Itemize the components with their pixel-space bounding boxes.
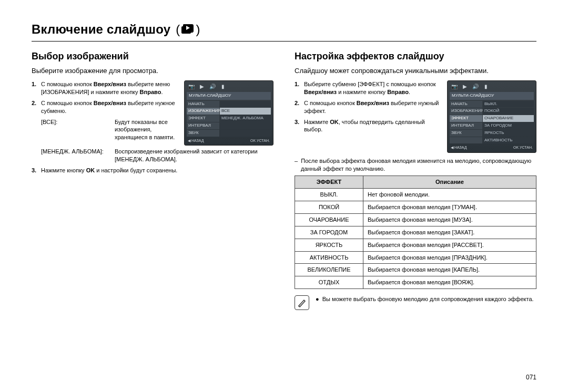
table-row: ОЧАРОВАНИЕВыбирается фоновая мелодия [МУ… [295,213,536,226]
page-number: 071 [526,373,536,381]
back-arrow-icon: ◀ [188,139,190,142]
effects-table-head-effect: ЭФФЕКТ [295,176,363,189]
right-column: Настройка эффектов слайдшоу Слайдшоу мож… [295,50,536,310]
play-icon: ▶ [461,83,469,90]
speaker-icon: 🔊 [472,83,479,90]
effects-table-head-desc: Описание [363,176,536,189]
camera-icon: 📷 [188,83,195,90]
title-rule [32,41,536,42]
right-steps: 1. Выберите субменю [ЭФФЕКТ] с помощью к… [295,80,442,133]
left-step-1: 1. С помощью кнопок Вверх/вниз выберите … [41,80,179,96]
slideshow-icon: ( ) [176,21,200,38]
left-subtitle: Выберите изображение для просмотра. [32,66,273,76]
table-row: ПОКОЙВыбирается фоновая мелодия [ТУМАН]. [295,201,536,214]
footnote-row: ● Вы можете выбрать фоновую мелодию для … [295,295,536,310]
table-row: ВЕЛИКОЛЕПИЕВыбирается фоновая мелодия [К… [295,264,536,276]
left-submenu-block-2: [МЕНЕДЖ. АЛЬБОМА]: Воспроизведение изобр… [32,148,273,163]
lcd-right-title: МУЛЬТИ-СЛАЙДШОУ [450,92,534,100]
footnote-text: ● Вы можете выбрать фоновую мелодию для … [315,295,534,303]
battery-icon: ▮ [219,83,227,90]
note-icon [295,295,309,310]
speaker-icon: 🔊 [209,83,216,90]
right-step-2: 2. С помощью кнопок Вверх/вниз выберите … [304,99,442,115]
page-title: Включение слайдшоу ( ) [32,21,536,38]
play-icon: ▶ [198,83,206,90]
right-heading: Настройка эффектов слайдшоу [295,50,536,63]
page-title-text: Включение слайдшоу [32,21,170,38]
effects-table: ЭФФЕКТ Описание ВЫКЛ.Нет фоновой мелодии… [295,176,536,289]
table-row: ЯРКОСТЬВыбирается фоновая мелодия [РАССВ… [295,239,536,251]
right-dash-note: – После выбора эффекта фоновая мелодия и… [295,157,536,173]
lcd-screenshot-right: 📷 ▶ 🔊 ▮ МУЛЬТИ-СЛАЙДШОУ НАЧАТЬВЫКЛ. ИЗОБ… [447,80,536,153]
battery-icon: ▮ [482,83,490,90]
left-heading: Выбор изображений [32,50,273,63]
table-row: ВЫКЛ.Нет фоновой мелодии. [295,189,536,201]
lcd-left-title: МУЛЬТИ-СЛАЙДШОУ [187,92,271,100]
back-arrow-icon: ◀ [451,146,453,149]
right-step-3: 3. Нажмите OK, чтобы подтвердить сделанн… [304,118,442,134]
table-row: АКТИВНОСТЬВыбирается фоновая мелодия [ПР… [295,251,536,264]
table-row: ЗА ГОРОДОМВыбирается фоновая мелодия [ЗА… [295,226,536,239]
left-steps: 1. С помощью кнопок Вверх/вниз выберите … [32,80,179,115]
left-step-3: 3. Нажмите кнопку OK и настройки будут с… [41,167,273,174]
lcd-screenshot-left: 📷 ▶ 🔊 ▮ МУЛЬТИ-СЛАЙДШОУ НАЧАТЬ ИЗОБРАЖЕН… [184,80,273,146]
left-submenu-block: [ВСЕ]: Будут показаны все изображения, х… [32,118,179,142]
left-step-2: 2. С помощью кнопок Вверх/вниз выберите … [41,99,179,115]
table-row: ОТДЫХВыбирается фоновая мелодия [ВОЯЖ]. [295,276,536,289]
camera-icon: 📷 [451,83,458,90]
right-subtitle: Слайдшоу может сопровождаться уникальным… [295,66,536,76]
left-column: Выбор изображений Выберите изображение д… [32,50,273,310]
right-step-1: 1. Выберите субменю [ЭФФЕКТ] с помощью к… [304,80,442,96]
